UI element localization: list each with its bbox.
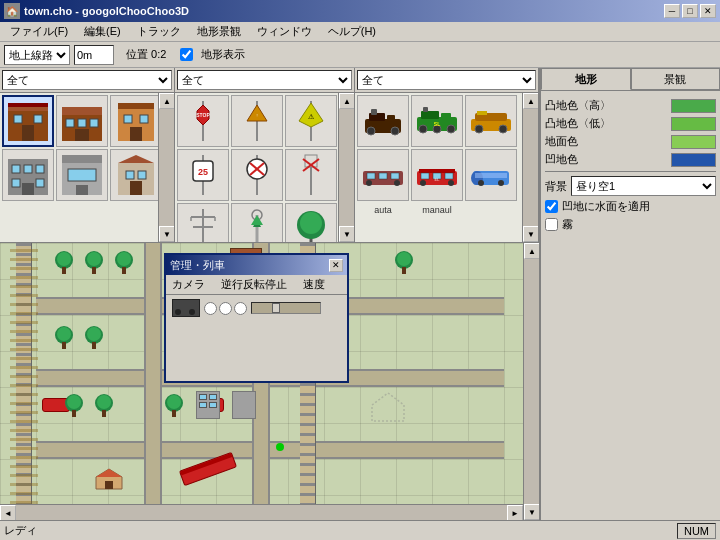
asset-sign-2[interactable]: ! — [231, 95, 283, 147]
map-scrollbar-horizontal[interactable]: ◄ ► — [0, 504, 523, 520]
asset-train-diesel[interactable] — [465, 95, 517, 147]
close-button[interactable]: ✕ — [700, 4, 716, 18]
asset-train-steam-1[interactable] — [357, 95, 409, 147]
menu-edit[interactable]: 編集(E) — [76, 22, 129, 41]
map-scroll-down[interactable]: ▼ — [524, 504, 539, 520]
map-apt-2 — [196, 391, 220, 419]
signs-scroll-track[interactable] — [339, 109, 354, 226]
buildings-scroll-down[interactable]: ▼ — [159, 226, 174, 242]
asset-train-shinkansen[interactable] — [465, 149, 517, 201]
svg-marker-132 — [96, 469, 122, 477]
svg-point-123 — [97, 395, 111, 409]
menu-file[interactable]: ファイル(F) — [2, 22, 76, 41]
asset-sign-4[interactable]: 25 — [177, 149, 229, 201]
terrain-display-checkbox[interactable] — [180, 48, 193, 61]
asset-building-6[interactable] — [110, 149, 162, 201]
svg-point-66 — [367, 127, 375, 135]
menu-track[interactable]: トラック — [129, 22, 189, 41]
asset-building-3[interactable] — [110, 95, 162, 147]
train-mgmt-close-button[interactable]: ✕ — [329, 259, 343, 272]
trains-panel: 全て — [355, 68, 539, 242]
svg-point-105 — [57, 252, 71, 266]
speed-slider-thumb[interactable] — [272, 303, 280, 313]
map-scroll-right[interactable]: ► — [507, 505, 523, 520]
map-scroll-h-track[interactable] — [16, 505, 507, 520]
asset-sign-6[interactable] — [285, 149, 337, 201]
asset-train-steam-2[interactable]: SL — [411, 95, 463, 147]
asset-building-1[interactable] — [2, 95, 54, 147]
asset-sign-7[interactable] — [177, 203, 229, 242]
asset-building-5[interactable] — [56, 149, 108, 201]
water-checkbox[interactable] — [545, 200, 558, 213]
trains-scrollbar[interactable]: ▲ ▼ — [522, 93, 538, 242]
asset-sign-5[interactable] — [231, 149, 283, 201]
terrain-ground-color[interactable] — [671, 135, 716, 149]
buildings-content: ▲ ▼ — [0, 93, 174, 242]
asset-train-car-1[interactable] — [357, 149, 409, 201]
speed-slider[interactable] — [251, 302, 321, 314]
trains-scroll-track[interactable] — [523, 109, 538, 226]
map-scroll-track[interactable] — [524, 259, 539, 504]
terrain-low-color[interactable] — [671, 117, 716, 131]
asset-train-car-2[interactable]: EL — [411, 149, 463, 201]
map-scroll-up[interactable]: ▲ — [524, 243, 539, 259]
map-scrollbar-vertical[interactable]: ▲ ▼ — [523, 243, 539, 520]
svg-rect-70 — [371, 109, 377, 115]
train-mgmt-titlebar[interactable]: 管理・列車 ✕ — [166, 255, 347, 275]
trains-filter[interactable]: 全て — [357, 70, 536, 90]
left-panel: 全て — [0, 68, 540, 520]
asset-sign-1[interactable]: STOP — [177, 95, 229, 147]
asset-sign-9[interactable] — [285, 203, 337, 242]
svg-point-120 — [67, 395, 81, 409]
signs-filter[interactable]: 全て — [177, 70, 352, 90]
water-row: 凹地に水面を適用 — [545, 199, 716, 214]
svg-rect-14 — [124, 115, 132, 123]
buildings-filter[interactable]: 全て — [2, 70, 172, 90]
terrain-hollow-color[interactable] — [671, 153, 716, 167]
tree-5 — [80, 323, 108, 351]
terrain-high-color[interactable] — [671, 99, 716, 113]
height-input[interactable] — [74, 45, 114, 65]
buildings-header: 全て — [0, 68, 174, 93]
fog-label: 霧 — [562, 217, 573, 232]
signs-scrollbar[interactable]: ▲ ▼ — [338, 93, 354, 242]
buildings-scrollbar[interactable]: ▲ ▼ — [158, 93, 174, 242]
trains-scroll-up[interactable]: ▲ — [523, 93, 538, 109]
buildings-scroll-track[interactable] — [159, 109, 174, 226]
svg-point-114 — [57, 327, 71, 341]
minimize-button[interactable]: ─ — [664, 4, 680, 18]
trains-scroll-down[interactable]: ▼ — [523, 226, 538, 242]
fog-checkbox[interactable] — [545, 218, 558, 231]
svg-rect-30 — [126, 171, 134, 179]
map-area[interactable]: ▲ ▼ — [0, 243, 539, 520]
maximize-button[interactable]: □ — [682, 4, 698, 18]
svg-rect-110 — [122, 267, 126, 274]
asset-building-2[interactable] — [56, 95, 108, 147]
signs-scroll-down[interactable]: ▼ — [339, 226, 354, 242]
menu-terrain-landscape[interactable]: 地形景観 — [189, 22, 249, 41]
terrain-high-row: 凸地色〈高〉 — [545, 98, 716, 113]
signs-scroll-up[interactable]: ▲ — [339, 93, 354, 109]
buildings-scroll-up[interactable]: ▲ — [159, 93, 174, 109]
svg-text:SL: SL — [434, 121, 440, 127]
bg-select[interactable]: 昼り空1 晴れ空2 夕暮れ 夜 — [571, 176, 716, 196]
svg-point-95 — [420, 180, 426, 186]
tab-landscape[interactable]: 景観 — [631, 68, 721, 90]
svg-point-64 — [300, 212, 322, 234]
map-scroll-left[interactable]: ◄ — [0, 505, 16, 520]
train-label-auto: auta — [357, 205, 409, 215]
terrain-display-label: 地形表示 — [201, 47, 245, 62]
layer-select[interactable]: 地上線路 — [4, 45, 70, 65]
radio-reverse[interactable] — [219, 302, 232, 315]
menu-window[interactable]: ウィンドウ — [249, 22, 320, 41]
asset-sign-3[interactable]: ⚠ — [285, 95, 337, 147]
menu-help[interactable]: ヘルプ(H) — [320, 22, 384, 41]
terrain-tabs: 地形 景観 — [541, 68, 720, 91]
asset-building-4[interactable] — [2, 149, 54, 201]
radio-forward[interactable] — [204, 302, 217, 315]
asset-sign-8[interactable] — [231, 203, 283, 242]
tab-terrain[interactable]: 地形 — [541, 68, 631, 90]
radio-stop[interactable] — [234, 302, 247, 315]
svg-rect-8 — [66, 119, 74, 127]
svg-rect-85 — [367, 173, 375, 179]
